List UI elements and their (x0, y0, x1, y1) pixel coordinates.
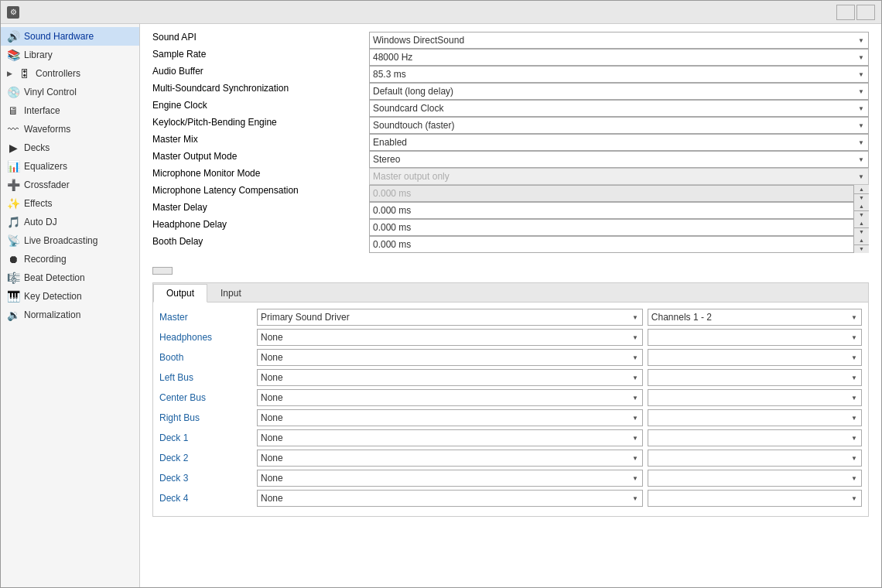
setting-control-sound-api: Windows DirectSoundASIOWASAPI (369, 32, 869, 49)
spinbox-down-headphone-delay[interactable]: ▼ (854, 228, 869, 237)
device-select-left-bus[interactable]: None (257, 369, 643, 386)
spinbox-input-headphone-delay[interactable] (369, 219, 869, 236)
help-button[interactable] (836, 5, 855, 20)
spinbox-down-master-delay[interactable]: ▼ (854, 211, 869, 220)
channel-select-deck-3[interactable] (648, 470, 862, 487)
sidebar-item-controllers[interactable]: ▶🎛Controllers (1, 64, 139, 83)
channel-select-wrapper-center-bus (648, 389, 862, 406)
channel-select-deck-4[interactable] (648, 490, 862, 507)
select-multi-soundcard-sync[interactable]: Default (long delay)Experimental (short … (369, 83, 869, 100)
channel-select-master[interactable]: Channels 1 - 2 (648, 309, 862, 326)
setting-control-audio-buffer: 23.2 ms46.4 ms85.3 ms (369, 66, 869, 83)
sidebar-item-effects[interactable]: ✨Effects (1, 194, 139, 213)
sidebar-item-normalization[interactable]: 🔉Normalization (1, 306, 139, 324)
select-wrapper-keylock-engine: Soundtouch (faster)Rubberband (higher qu… (369, 117, 869, 134)
output-row-booth: BoothNone (159, 349, 862, 366)
setting-control-microphone-latency: ▲▼ (369, 185, 869, 202)
setting-control-engine-clock: Soundcard ClockNetwork Clock (369, 100, 869, 117)
setting-label-keylock-engine: Keylock/Pitch-Bending Engine (152, 117, 369, 134)
setting-label-headphone-delay: Headphone Delay (152, 219, 369, 236)
tab-input[interactable]: Input (207, 284, 255, 303)
output-row-master: MasterPrimary Sound DriverChannels 1 - 2 (159, 309, 862, 326)
channel-select-deck-2[interactable] (648, 450, 862, 467)
decks-icon: ▶ (7, 142, 19, 154)
spinbox-input-microphone-latency[interactable] (369, 185, 869, 202)
select-keylock-engine[interactable]: Soundtouch (faster)Rubberband (higher qu… (369, 117, 869, 134)
waveforms-icon: 〰 (7, 123, 19, 135)
select-audio-buffer[interactable]: 23.2 ms46.4 ms85.3 ms (369, 66, 869, 83)
setting-control-booth-delay: ▲▼ (369, 236, 869, 253)
setting-label-engine-clock: Engine Clock (152, 100, 369, 117)
sidebar-item-label: Interface (24, 105, 60, 116)
channel-select-left-bus[interactable] (648, 369, 862, 386)
channel-select-center-bus[interactable] (648, 389, 862, 406)
select-engine-clock[interactable]: Soundcard ClockNetwork Clock (369, 100, 869, 117)
channel-select-wrapper-right-bus (648, 409, 862, 426)
select-sample-rate[interactable]: 44100 Hz48000 Hz96000 Hz (369, 49, 869, 66)
sidebar-item-live-broadcasting[interactable]: 📡Live Broadcasting (1, 231, 139, 250)
device-select-right-bus[interactable]: None (257, 409, 643, 426)
spinbox-input-booth-delay[interactable] (369, 236, 869, 253)
channel-select-headphones[interactable] (648, 329, 862, 346)
output-label-center-bus: Center Bus (159, 392, 252, 403)
sidebar-item-key-detection[interactable]: 🎹Key Detection (1, 287, 139, 306)
setting-control-keylock-engine: Soundtouch (faster)Rubberband (higher qu… (369, 117, 869, 134)
query-devices-button[interactable] (152, 267, 173, 275)
select-wrapper-master-mix: EnabledDisabled (369, 134, 869, 151)
setting-label-microphone-monitor-mode: Microphone Monitor Mode (152, 168, 369, 185)
sidebar-item-interface[interactable]: 🖥Interface (1, 101, 139, 120)
spinbox-up-microphone-latency[interactable]: ▲ (854, 185, 869, 194)
spinbox-up-booth-delay[interactable]: ▲ (854, 236, 869, 245)
select-master-mix[interactable]: EnabledDisabled (369, 134, 869, 151)
device-select-booth[interactable]: None (257, 349, 643, 366)
spinbox-up-master-delay[interactable]: ▲ (854, 202, 869, 211)
spinbox-input-master-delay[interactable] (369, 202, 869, 219)
device-select-center-bus[interactable]: None (257, 389, 643, 406)
settings-grid: Sound APIWindows DirectSoundASIOWASAPISa… (152, 32, 869, 253)
preferences-window: ⚙ 🔊Sound Hardware📚Library▶🎛Controllers💿V… (0, 0, 882, 588)
sidebar-item-label: Auto DJ (24, 217, 57, 227)
device-select-deck-1[interactable]: None (257, 429, 643, 446)
close-button[interactable] (856, 5, 875, 20)
sidebar-item-label: Equalizers (24, 161, 67, 172)
channel-select-wrapper-booth (648, 349, 862, 366)
sidebar-item-auto-dj[interactable]: 🎵Auto DJ (1, 213, 139, 231)
device-select-deck-4[interactable]: None (257, 490, 643, 507)
output-label-deck-3: Deck 3 (159, 473, 252, 484)
sidebar-item-equalizers[interactable]: 📊Equalizers (1, 157, 139, 176)
device-select-deck-3[interactable]: None (257, 470, 643, 487)
device-select-wrapper-right-bus: None (257, 409, 643, 426)
channel-select-deck-1[interactable] (648, 429, 862, 446)
sidebar-item-vinyl-control[interactable]: 💿Vinyl Control (1, 83, 139, 101)
spinbox-down-booth-delay[interactable]: ▼ (854, 245, 869, 254)
sidebar-item-waveforms[interactable]: 〰Waveforms (1, 120, 139, 138)
select-master-output-mode[interactable]: StereoMono (369, 151, 869, 168)
sidebar-item-sound-hardware[interactable]: 🔊Sound Hardware (1, 27, 139, 46)
sidebar-item-beat-detection[interactable]: 🎼Beat Detection (1, 268, 139, 287)
spinbox-buttons-booth-delay: ▲▼ (853, 236, 869, 253)
device-select-master[interactable]: Primary Sound Driver (257, 309, 643, 326)
sidebar-item-crossfader[interactable]: ➕Crossfader (1, 176, 139, 194)
spinbox-buttons-master-delay: ▲▼ (853, 202, 869, 219)
select-sound-api[interactable]: Windows DirectSoundASIOWASAPI (369, 32, 869, 49)
sidebar-item-label: Normalization (24, 309, 80, 320)
device-select-headphones[interactable]: None (257, 329, 643, 346)
sidebar-item-recording[interactable]: ⏺Recording (1, 250, 139, 268)
spinbox-buttons-microphone-latency: ▲▼ (853, 185, 869, 202)
output-row-left-bus: Left BusNone (159, 369, 862, 386)
content-area: 🔊Sound Hardware📚Library▶🎛Controllers💿Vin… (1, 24, 881, 587)
device-select-wrapper-master: Primary Sound Driver (257, 309, 643, 326)
tab-output[interactable]: Output (153, 284, 207, 303)
spinbox-up-headphone-delay[interactable]: ▲ (854, 219, 869, 228)
device-select-wrapper-center-bus: None (257, 389, 643, 406)
channel-select-booth[interactable] (648, 349, 862, 366)
sidebar-item-label: Controllers (36, 68, 80, 79)
device-select-deck-2[interactable]: None (257, 450, 643, 467)
select-microphone-monitor-mode[interactable]: Master output onlyDirect Monitor (369, 168, 869, 185)
device-select-wrapper-deck-2: None (257, 450, 643, 467)
sidebar-item-decks[interactable]: ▶Decks (1, 138, 139, 157)
setting-control-microphone-monitor-mode: Master output onlyDirect Monitor (369, 168, 869, 185)
channel-select-right-bus[interactable] (648, 409, 862, 426)
sidebar-item-library[interactable]: 📚Library (1, 46, 139, 64)
spinbox-down-microphone-latency[interactable]: ▼ (854, 194, 869, 203)
